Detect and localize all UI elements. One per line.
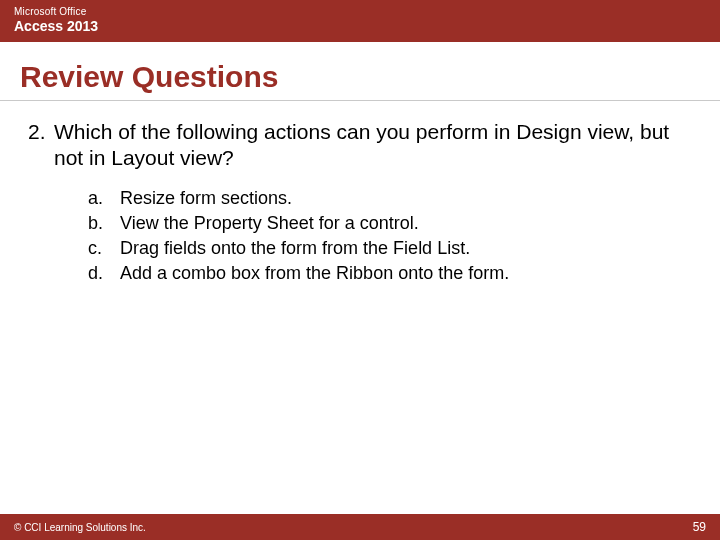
page-title: Review Questions [0, 42, 720, 100]
options-list: a. Resize form sections. b. View the Pro… [88, 186, 692, 287]
content-body: 2. Which of the following actions can yo… [0, 119, 720, 286]
option-text: Resize form sections. [120, 186, 292, 211]
option-text: Drag fields onto the form from the Field… [120, 236, 470, 261]
question-text: Which of the following actions can you p… [54, 119, 692, 172]
brand-line-2: Access 2013 [14, 18, 706, 34]
footer-page-number: 59 [693, 520, 706, 534]
footer-copyright: © CCI Learning Solutions Inc. [14, 522, 146, 533]
title-rule [0, 100, 720, 101]
option-letter: c. [88, 236, 120, 261]
option-text: Add a combo box from the Ribbon onto the… [120, 261, 509, 286]
option-text: View the Property Sheet for a control. [120, 211, 419, 236]
footer-bar: © CCI Learning Solutions Inc. 59 [0, 514, 720, 540]
header-bar: Microsoft Office Access 2013 [0, 0, 720, 42]
option-letter: a. [88, 186, 120, 211]
question-number: 2. [28, 119, 54, 172]
option-letter: b. [88, 211, 120, 236]
option-b: b. View the Property Sheet for a control… [88, 211, 692, 236]
option-letter: d. [88, 261, 120, 286]
option-d: d. Add a combo box from the Ribbon onto … [88, 261, 692, 286]
option-a: a. Resize form sections. [88, 186, 692, 211]
option-c: c. Drag fields onto the form from the Fi… [88, 236, 692, 261]
brand-line-1: Microsoft Office [14, 6, 706, 17]
slide: Microsoft Office Access 2013 Review Ques… [0, 0, 720, 540]
question: 2. Which of the following actions can yo… [28, 119, 692, 172]
